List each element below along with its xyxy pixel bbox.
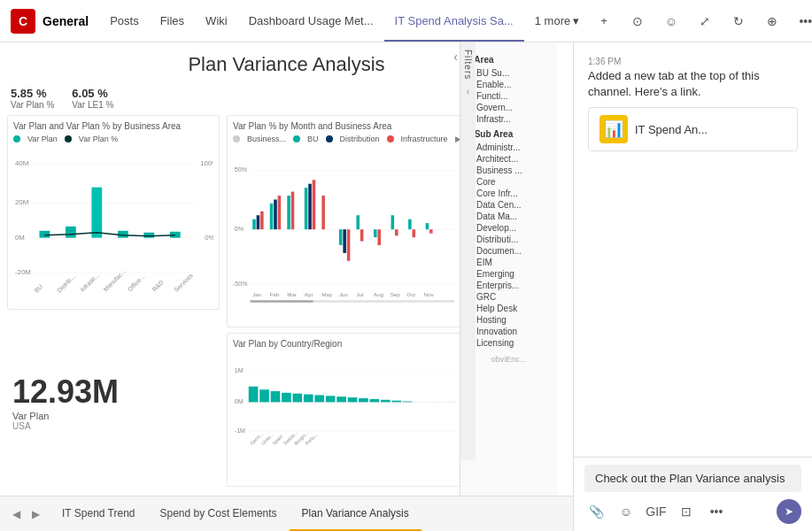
svg-text:0M: 0M (235, 398, 244, 405)
chart-left: Var Plan and Var Plan % by Business Area… (7, 115, 220, 487)
send-icon: ➤ (785, 505, 793, 518)
svg-rect-85 (381, 400, 391, 403)
emoji-icon[interactable]: ☺ (615, 500, 638, 523)
svg-rect-14 (143, 233, 154, 238)
svg-text:Nov: Nov (424, 291, 435, 297)
line-chart-svg: 40M 20M 0M -20M 100% 0% (13, 147, 213, 293)
chat-message-1: 1:36 PM Added a new tab at the top of th… (588, 57, 798, 151)
svg-rect-45 (360, 229, 364, 241)
gif-icon[interactable]: GIF (645, 500, 668, 523)
legend-distribution-dot (326, 135, 333, 142)
more-tools-icon[interactable]: ••• (705, 500, 728, 523)
search-icon[interactable]: ⊙ (625, 9, 650, 34)
svg-text:0M: 0M (15, 234, 25, 242)
country-chart-box: Var Plan by Country/Region 1M 0M -1M (227, 333, 468, 487)
card-icon: 📊 (599, 115, 628, 143)
svg-text:100%: 100% (200, 159, 213, 167)
stat-var-plan: 5.85 % Var Plan % (11, 87, 54, 110)
legend-infra-dot (387, 135, 394, 142)
nav-tab-wiki[interactable]: Wiki (195, 0, 238, 42)
svg-rect-42 (343, 229, 346, 253)
stat-var-le1: 6.05 % Var LE1 % (72, 87, 113, 110)
svg-text:-20M: -20M (15, 268, 31, 276)
svg-rect-36 (291, 192, 295, 230)
nav-tab-itspend[interactable]: IT Spend Analysis Sa... (384, 0, 524, 42)
svg-text:Mar: Mar (287, 291, 297, 297)
tab-itspend-trend[interactable]: IT Spend Trend (50, 496, 148, 531)
nav-tab-add[interactable]: + (590, 0, 618, 42)
svg-text:1M: 1M (235, 367, 244, 374)
svg-rect-80 (326, 396, 336, 402)
svg-text:Feb: Feb (270, 291, 280, 297)
svg-rect-10 (39, 231, 50, 238)
svg-rect-50 (408, 219, 412, 230)
chevron-down-icon: ▾ (573, 14, 579, 27)
svg-rect-73 (249, 387, 259, 403)
filters-label: Filters (461, 42, 475, 87)
nav-tab-dropdown[interactable]: 1 more ▾ (524, 0, 590, 42)
refresh-icon[interactable]: ↻ (726, 9, 751, 34)
globe-icon[interactable]: ⊕ (760, 9, 785, 34)
card-link[interactable]: 📊 IT Spend An... (588, 107, 798, 151)
svg-text:Sep: Sep (391, 291, 401, 297)
filters-toggle[interactable]: Filters ‹ (460, 42, 476, 460)
msg-time: 1:36 PM (588, 57, 798, 66)
svg-rect-46 (374, 229, 377, 237)
big-number-box: 12.93M Var Plan USA (7, 317, 124, 487)
svg-text:0%: 0% (235, 226, 244, 233)
svg-rect-40 (321, 196, 325, 229)
it-sub-area-title: IT Sub Area (464, 129, 553, 139)
legend-business-dot (233, 135, 240, 142)
svg-rect-49 (395, 229, 398, 235)
bar-chart-label: Var Plan % by Month and Business Area (233, 121, 461, 131)
msg-text: Added a new tab at the top of this chann… (588, 68, 798, 100)
legend-varplan-dot (13, 135, 20, 142)
sticker-icon[interactable]: ⊡ (675, 500, 698, 523)
svg-rect-41 (339, 229, 343, 245)
svg-text:BU: BU (33, 283, 43, 293)
svg-text:-1M: -1M (235, 427, 245, 435)
nav-arrows: ◀ ▶ (7, 505, 44, 523)
tab-bar: ◀ ▶ IT Spend Trend Spend by Cost Element… (0, 496, 573, 531)
svg-rect-12 (91, 188, 102, 238)
nav-tab-dashboard[interactable]: Dashboard Usage Met... (238, 0, 384, 42)
svg-text:Infrastr...: Infrastr... (79, 272, 100, 293)
tab-plan-variance[interactable]: Plan Variance Analysis (290, 496, 421, 531)
send-button[interactable]: ➤ (777, 499, 801, 524)
svg-text:Distrib...: Distrib... (56, 273, 76, 293)
svg-rect-86 (391, 401, 401, 403)
more-icon[interactable]: ••• (793, 9, 812, 34)
svg-rect-76 (282, 393, 291, 403)
expand-icon[interactable]: ⤢ (692, 9, 717, 34)
svg-text:Apr: Apr (305, 291, 313, 297)
chat-toolbar: 📎 ☺ GIF ⊡ ••• ➤ (584, 499, 801, 524)
it-sub-area-items: Administr... Architect... Business ... C… (464, 142, 553, 348)
monthly-bar-svg: 50% 0% -50% (233, 147, 461, 315)
svg-text:Services: Services (173, 272, 194, 293)
it-area-title: IT Area (464, 55, 553, 65)
line-chart-legend: Var Plan Var Plan % (13, 135, 213, 143)
svg-text:40M: 40M (15, 159, 28, 167)
channel-name: General (43, 14, 89, 28)
emoji-nav-icon[interactable]: ☺ (659, 9, 684, 34)
next-tab-arrow[interactable]: ▶ (27, 505, 44, 523)
nav-tab-files[interactable]: Files (150, 0, 195, 42)
dashboard-panel: ‹ Plan Variance Analysis 5.85 % Var Plan… (0, 42, 574, 531)
svg-text:R&D: R&D (151, 279, 165, 292)
tab-spend-cost[interactable]: Spend by Cost Elements (148, 496, 290, 531)
svg-rect-82 (348, 397, 358, 402)
nav-tabs: Posts Files Wiki Dashboard Usage Met... … (99, 0, 618, 42)
attach-icon[interactable]: 📎 (584, 500, 607, 523)
nav-tab-posts[interactable]: Posts (99, 0, 150, 42)
svg-text:May: May (321, 291, 333, 297)
prev-tab-arrow[interactable]: ◀ (7, 505, 25, 523)
svg-text:20M: 20M (15, 198, 28, 206)
collapse-icon[interactable]: ‹ (453, 50, 458, 64)
svg-text:Office...: Office... (127, 273, 146, 293)
svg-text:Jul: Jul (356, 291, 363, 297)
chevron-filter-icon: ‹ (467, 87, 469, 96)
svg-text:Jun: Jun (339, 291, 349, 297)
chat-messages: 1:36 PM Added a new tab at the top of th… (574, 42, 812, 457)
obvenc-label: obviEnc... (464, 355, 553, 364)
svg-rect-33 (274, 199, 277, 229)
